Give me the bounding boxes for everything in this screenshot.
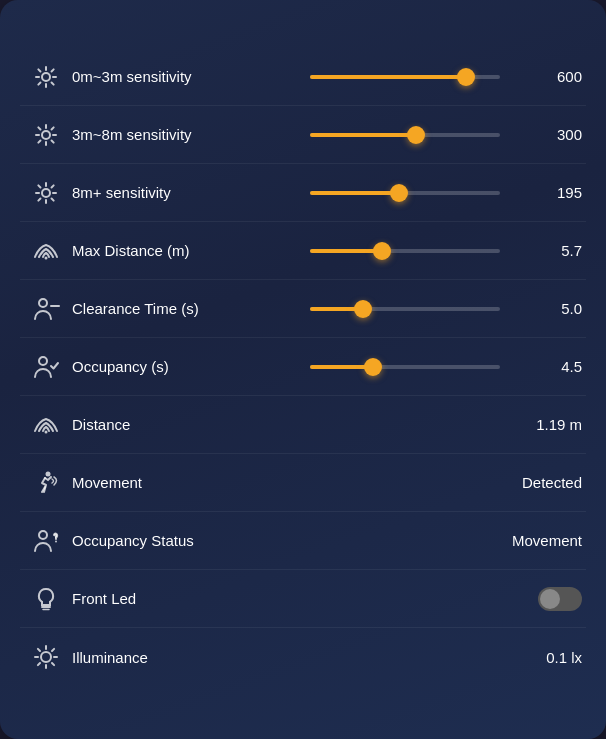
svg-point-3 — [45, 256, 48, 259]
value-occupancy-s: 4.5 — [512, 358, 582, 375]
svg-point-9 — [39, 531, 47, 539]
icon-sensitivity-8plus — [24, 179, 68, 207]
row-sensitivity-3-8: 3m~8m sensitivity 300 — [20, 106, 586, 164]
row-sensitivity-8plus: 8m+ sensitivity 195 — [20, 164, 586, 222]
icon-occupancy-s — [24, 353, 68, 381]
icon-distance — [24, 411, 68, 439]
svg-point-10 — [55, 540, 57, 542]
icon-clearance-time — [24, 295, 68, 323]
label-distance: Distance — [68, 416, 482, 433]
slider-sensitivity-3-8[interactable] — [310, 125, 500, 145]
svg-line-19 — [52, 663, 54, 665]
row-illuminance: Illuminance 0.1 lx — [20, 628, 586, 686]
row-sensitivity-0-3: 0m~3m sensitivity 600 — [20, 48, 586, 106]
status-value-illuminance: 0.1 lx — [482, 649, 582, 666]
label-occupancy-status: Occupancy Status — [68, 532, 482, 549]
label-sensitivity-8plus: 8m+ sensitivity — [68, 184, 298, 201]
value-max-distance: 5.7 — [512, 242, 582, 259]
slider-sensitivity-0-3[interactable] — [310, 67, 500, 87]
row-occupancy-status: Occupancy Status Movement — [20, 512, 586, 570]
icon-sensitivity-0-3 — [24, 63, 68, 91]
status-value-occupancy-status: Movement — [482, 532, 582, 549]
svg-point-0 — [42, 73, 50, 81]
label-illuminance: Illuminance — [68, 649, 482, 666]
svg-point-2 — [42, 189, 50, 197]
slider-sensitivity-8plus[interactable] — [310, 183, 500, 203]
icon-occupancy-status — [24, 527, 68, 555]
value-sensitivity-3-8: 300 — [512, 126, 582, 143]
svg-point-7 — [45, 430, 48, 433]
icon-illuminance — [24, 643, 68, 671]
row-distance: Distance 1.19 m — [20, 396, 586, 454]
value-sensitivity-8plus: 195 — [512, 184, 582, 201]
icon-sensitivity-3-8 — [24, 121, 68, 149]
svg-line-20 — [52, 649, 54, 651]
slider-max-distance[interactable] — [310, 241, 500, 261]
row-max-distance: Max Distance (m) 5.7 — [20, 222, 586, 280]
svg-point-4 — [39, 299, 47, 307]
label-front-led: Front Led — [68, 590, 538, 607]
icon-movement — [24, 469, 68, 497]
row-front-led: Front Led — [20, 570, 586, 628]
label-sensitivity-0-3: 0m~3m sensitivity — [68, 68, 298, 85]
row-movement: Movement Detected — [20, 454, 586, 512]
svg-point-1 — [42, 131, 50, 139]
slider-occupancy-s[interactable] — [310, 357, 500, 377]
svg-point-13 — [41, 652, 51, 662]
label-sensitivity-3-8: 3m~8m sensitivity — [68, 126, 298, 143]
status-value-distance: 1.19 m — [482, 416, 582, 433]
presencebox-card: 0m~3m sensitivity 600 3m~8m sensitivity — [0, 0, 606, 739]
label-movement: Movement — [68, 474, 482, 491]
row-occupancy-s: Occupancy (s) 4.5 — [20, 338, 586, 396]
label-occupancy-s: Occupancy (s) — [68, 358, 298, 375]
icon-front-led — [24, 585, 68, 613]
label-max-distance: Max Distance (m) — [68, 242, 298, 259]
svg-point-8 — [46, 471, 51, 476]
status-value-movement: Detected — [482, 474, 582, 491]
value-sensitivity-0-3: 600 — [512, 68, 582, 85]
svg-line-18 — [38, 649, 40, 651]
toggle-front-led[interactable] — [538, 587, 582, 611]
label-clearance-time: Clearance Time (s) — [68, 300, 298, 317]
icon-max-distance — [24, 237, 68, 265]
value-clearance-time: 5.0 — [512, 300, 582, 317]
slider-clearance-time[interactable] — [310, 299, 500, 319]
row-clearance-time: Clearance Time (s) 5.0 — [20, 280, 586, 338]
svg-point-6 — [39, 357, 47, 365]
svg-line-21 — [38, 663, 40, 665]
